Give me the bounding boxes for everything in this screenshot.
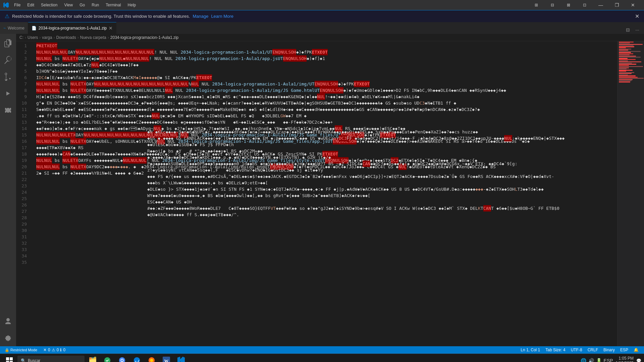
tab-zip-file[interactable]: 📄 2034-logica-programacion-1-Aula1.zip ✕ xyxy=(28,22,116,34)
activity-run[interactable] xyxy=(0,85,16,102)
breadcrumb-c[interactable]: C: xyxy=(19,35,23,40)
code-line-12: .◆◆ ff us ◆Q◆tH◆l/1◆8"-::stxC◆/WNx◆STX`◆… xyxy=(33,113,617,119)
breadcrumb-nueva[interactable]: Nueva carpeta xyxy=(80,35,106,40)
taskbar-word[interactable]: W xyxy=(160,354,173,362)
taskbar-vscode[interactable] xyxy=(174,354,188,362)
code-line-23: ◆GS ◆.◆◆◆◆ GS CANhLACK◆◆◆(◆◆.[U◆◆◆◆◆◆=a:… xyxy=(144,135,565,141)
encoding-text: UTF-8 xyxy=(571,348,582,352)
restore-button[interactable]: ❐ xyxy=(609,0,625,10)
breadcrumb-file[interactable]: 2034-logica-programacion-1-Aula1.zip xyxy=(110,35,178,40)
line-number-35: 35 xyxy=(16,259,30,265)
battery-icon[interactable]: 🔋 xyxy=(596,358,602,362)
search-icon: 🔍 xyxy=(21,358,26,362)
menu-view[interactable]: View xyxy=(61,2,75,8)
tab-close-button[interactable]: ✕ xyxy=(109,25,113,31)
taskbar-app-2[interactable] xyxy=(101,354,114,362)
tab-welcome[interactable]: ~ Welcome xyxy=(0,22,28,34)
breadcrumb: C: › Users › varga › Downloads › Nueva c… xyxy=(16,34,644,41)
line-number-17: 17 xyxy=(16,144,30,151)
vscode-icon xyxy=(3,2,9,8)
code-line-3: NULNUL bs NULETXOAY◆{◆p◆NULNULNUL◆NULNUL… xyxy=(33,55,617,62)
line-number-32: 32 xyxy=(16,240,30,246)
code-line-10: g"◆ EN DC3◆◆DO◆`x◆ESC◆◆◆◆◆◆◆◆◆◆◆◆◆◆DC3◆_… xyxy=(33,100,617,106)
clock[interactable]: 1:05 PM 1/15/2025 xyxy=(616,356,634,362)
notifications-bell[interactable]: 🔔 xyxy=(631,346,641,354)
menu-terminal[interactable]: Terminal xyxy=(103,2,123,8)
activity-source-control[interactable] xyxy=(0,69,16,85)
notification-center[interactable]: 💬 xyxy=(636,358,641,362)
esp-status[interactable]: ESP xyxy=(618,346,631,354)
activity-explorer[interactable] xyxy=(0,35,16,51)
line-ending[interactable]: CRLF xyxy=(585,346,601,354)
more-tabs-button[interactable]: ··· xyxy=(633,26,641,34)
menu-go[interactable]: Go xyxy=(77,2,88,8)
close-button[interactable]: ✕ xyxy=(625,0,641,10)
line-number-7: 7 xyxy=(16,81,30,87)
language-mode[interactable]: Binary xyxy=(601,346,618,354)
taskbar-chrome[interactable] xyxy=(115,354,129,362)
position-text: Ln 1, Col 1 xyxy=(521,348,540,352)
editor-area: C: › Users › varga › Downloads › Nueva c… xyxy=(16,34,644,346)
code-line-8: NULNULNUL bs NULETXOAY8◆◆◆◆◆ETXNULNUL◆◆B… xyxy=(33,87,617,94)
line-ending-text: CRLF xyxy=(588,348,598,352)
breadcrumb-users[interactable]: Users xyxy=(28,35,38,40)
titlebar: File Edit Selection View Go Run Terminal… xyxy=(0,0,644,10)
menu-file[interactable]: File xyxy=(11,2,23,8)
menu-help[interactable]: Help xyxy=(125,2,139,8)
code-area[interactable]: PKETXEOTNULNULNULNULOAYNULNULNULNULNULNU… xyxy=(33,41,617,346)
activity-account[interactable] xyxy=(0,313,16,329)
minimize-button[interactable]: — xyxy=(593,0,608,10)
restricted-mode-status[interactable]: 🔒 Restricted Mode xyxy=(3,346,39,354)
minimap-line-35 xyxy=(619,81,630,82)
keyboard-lang[interactable]: ESP xyxy=(604,358,613,362)
manage-link[interactable]: Manage xyxy=(193,14,208,19)
encoding[interactable]: UTF-8 xyxy=(568,346,585,354)
errors-status[interactable]: ✕ 0 ⚠ 0 ℹ 0 xyxy=(41,346,68,354)
banner-close-button[interactable]: ✕ xyxy=(635,13,639,19)
taskbar-firefox[interactable] xyxy=(145,354,158,362)
line-number-24: 24 xyxy=(16,189,30,195)
taskbar-search[interactable]: 🔍 Buscar xyxy=(17,356,85,362)
code-line-30: ◆◆◆bs X`\LWw◆&◆◆◆◆◆◆◆◆◆a,◆ bs ◆DELzL◆9;e… xyxy=(144,180,565,186)
tab-size-text: Tab Size: 4 xyxy=(545,348,565,352)
tray-icons: 🌐 🔊 🔋 ESP xyxy=(581,358,613,362)
layout-button-3[interactable]: ⊠ xyxy=(561,0,576,10)
split-editor-button[interactable]: ⊟ xyxy=(624,26,632,34)
layout-button-2[interactable]: ⊟ xyxy=(545,0,560,10)
code-line-7: NULNULNUL bs NULETXOAYNULNULNULNULNULNUL… xyxy=(33,81,617,87)
network-icon[interactable]: 🌐 xyxy=(581,358,586,362)
line-number-3: 3 xyxy=(16,55,30,62)
minimap-line-24 xyxy=(619,68,627,69)
warning-icon: ⚠ xyxy=(52,348,55,352)
taskbar-edge[interactable] xyxy=(130,354,144,362)
breadcrumb-downloads[interactable]: Downloads xyxy=(56,35,76,40)
activity-extensions[interactable] xyxy=(0,102,16,118)
learn-more-link[interactable]: Learn More xyxy=(211,14,233,19)
start-button[interactable] xyxy=(3,354,16,362)
breadcrumb-varga[interactable]: varga xyxy=(42,35,52,40)
speaker-icon[interactable]: 🔊 xyxy=(588,358,594,362)
menu-run[interactable]: Run xyxy=(89,2,102,8)
layout-button-1[interactable]: ⊞ xyxy=(529,0,544,10)
cursor-position[interactable]: Ln 1, Col 1 xyxy=(518,346,543,354)
menu-selection[interactable]: Selection xyxy=(38,2,60,8)
taskbar-explorer[interactable]: 🗂️ xyxy=(86,354,99,362)
layout-button-4[interactable]: ⊡ xyxy=(577,0,592,10)
minimap-line-6 xyxy=(619,47,626,48)
tab-size[interactable]: Tab Size: 4 xyxy=(543,346,568,354)
code-line-6: IDC4◆[E/◆◆sub◆%fa:◆◆=◆a◆◆O◆DC3ETX◆ACKM◆I… xyxy=(33,74,617,81)
activity-settings[interactable] xyxy=(0,330,16,346)
line-number-19: 19 xyxy=(16,157,30,164)
account-icon xyxy=(4,317,12,325)
activity-search[interactable] xyxy=(0,52,16,68)
menu-edit[interactable]: Edit xyxy=(24,2,37,8)
code-line-1: PKETXEOT xyxy=(33,43,617,49)
status-left: 🔒 Restricted Mode ✕ 0 ⚠ 0 ℹ 0 xyxy=(3,346,68,354)
line-number-34: 34 xyxy=(16,253,30,259)
minimap-line-14 xyxy=(619,57,641,58)
line-number-16: 16 xyxy=(16,138,30,144)
vscode-taskbar-icon xyxy=(177,357,185,362)
line-number-6: 6 xyxy=(16,74,30,81)
extensions-icon xyxy=(4,106,12,114)
search-placeholder: Buscar xyxy=(28,358,40,362)
